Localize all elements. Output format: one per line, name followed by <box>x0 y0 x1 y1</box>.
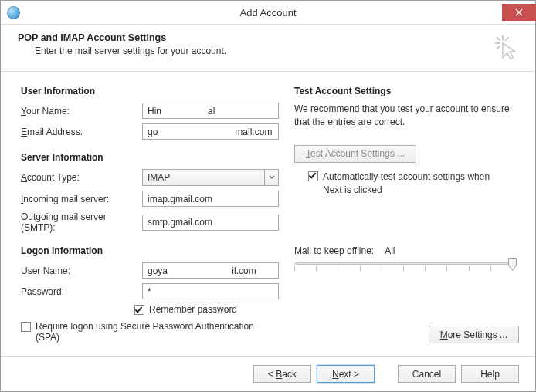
logon-information-heading: Logon Information <box>21 245 279 256</box>
more-settings-button[interactable]: More Settings ... <box>429 326 519 343</box>
email-input[interactable] <box>142 123 279 140</box>
incoming-server-input[interactable] <box>142 191 279 207</box>
username-label: User Name: <box>21 265 142 276</box>
back-button[interactable]: < Back <box>253 365 311 383</box>
your-name-label: Your Name: <box>21 106 142 117</box>
dropdown-button[interactable] <box>264 170 278 185</box>
add-account-window: Add Account POP and IMAP Account Setting… <box>0 0 536 392</box>
svg-line-6 <box>497 46 500 49</box>
your-name-input[interactable] <box>142 103 279 119</box>
wizard-body: User Information Your Name: Email Addres… <box>1 72 535 356</box>
account-type-label: Account Type: <box>21 172 142 183</box>
svg-line-5 <box>505 37 508 40</box>
help-button[interactable]: Help <box>461 365 519 383</box>
left-column: User Information Your Name: Email Addres… <box>21 86 279 356</box>
right-column: Test Account Settings We recommend that … <box>279 86 518 356</box>
password-label: Password: <box>21 286 142 297</box>
user-information-heading: User Information <box>21 86 279 96</box>
spa-label: Require logon using Secure Password Auth… <box>36 321 267 343</box>
account-type-value: IMAP <box>148 172 170 183</box>
window-title: Add Account <box>1 7 535 19</box>
app-icon <box>7 6 20 19</box>
titlebar: Add Account <box>1 1 535 24</box>
remember-password-checkbox[interactable] <box>134 305 144 315</box>
server-information-heading: Server Information <box>21 152 279 163</box>
outgoing-server-label: Outgoing mail server (SMTP): <box>21 211 142 233</box>
close-icon <box>515 8 523 16</box>
remember-password-label: Remember password <box>149 304 237 315</box>
chevron-down-icon <box>269 175 275 180</box>
page-subtitle: Enter the mail server settings for your … <box>35 46 494 56</box>
test-account-heading: Test Account Settings <box>294 86 518 96</box>
mail-offline-label: Mail to keep offline: <box>294 245 374 256</box>
password-input[interactable] <box>142 283 279 299</box>
slider-thumb-icon <box>508 258 517 271</box>
wizard-icon <box>494 34 520 60</box>
next-button[interactable]: Next > <box>317 365 375 383</box>
mail-offline-slider[interactable] <box>294 256 518 272</box>
username-input[interactable] <box>142 262 279 279</box>
mail-offline-value: All <box>385 245 395 256</box>
svg-line-4 <box>497 37 500 40</box>
email-label: Email Address: <box>21 127 142 137</box>
auto-test-checkbox[interactable] <box>308 171 318 181</box>
page-title: POP and IMAP Account Settings <box>18 32 494 43</box>
test-account-settings-button[interactable]: Test Account Settings ... <box>294 145 416 163</box>
account-type-select[interactable]: IMAP <box>142 169 279 186</box>
wizard-footer: < Back Next > Cancel Help <box>1 356 535 391</box>
wizard-header: POP and IMAP Account Settings Enter the … <box>1 24 535 72</box>
close-button[interactable] <box>502 4 536 21</box>
incoming-server-label: Incoming mail server: <box>21 194 142 204</box>
test-account-description: We recommend that you test your account … <box>294 103 518 130</box>
auto-test-label: Automatically test account settings when… <box>323 171 508 197</box>
cancel-button[interactable]: Cancel <box>398 365 456 383</box>
outgoing-server-input[interactable] <box>142 215 279 231</box>
spa-checkbox[interactable] <box>21 322 31 332</box>
